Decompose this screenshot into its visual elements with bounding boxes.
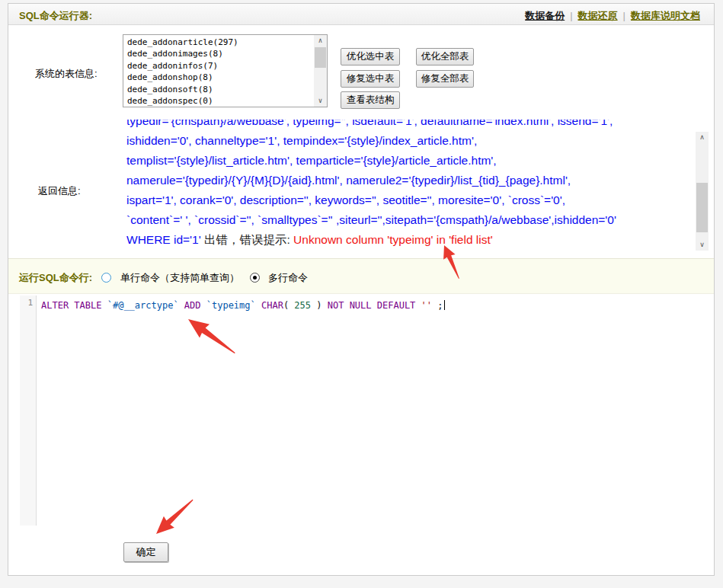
repair-all-button[interactable]: 修复全部表	[416, 70, 474, 88]
sql-editor[interactable]	[8, 294, 714, 526]
text-cursor	[444, 300, 445, 310]
error-line: WHERE id='1' 出错，错误提示: Unknown column 'ty…	[126, 230, 693, 250]
table-option[interactable]: dede_addonspec(0)	[127, 95, 327, 107]
sql-keyword: ALTER TABLE	[41, 300, 107, 311]
scroll-up-icon[interactable]: ∧	[696, 132, 709, 143]
error-sql-part: WHERE id='1'	[126, 233, 204, 246]
sql-string: ''	[421, 300, 432, 311]
result-scrollbar[interactable]: ∧ ∨	[696, 132, 709, 251]
sql-dump-line: `content`=' ', `crossid`='', `smalltypes…	[126, 210, 693, 230]
sql-column-identifier: `typeimg`	[206, 300, 256, 311]
sql-dump-line: ispart='1', corank='0', description='', …	[126, 190, 693, 210]
sql-code-line: ALTER TABLE `#@__arctype` ADD `typeimg` …	[41, 300, 445, 311]
result-output: typedir='{cmspath}/a/webbase', typeimg='…	[126, 120, 693, 251]
line-number: 1	[27, 298, 33, 308]
radio-multi-command[interactable]	[250, 273, 260, 283]
tables-listbox[interactable]: dede_addonarticle(297) dede_addonimages(…	[123, 34, 328, 107]
sql-keyword: CHAR	[256, 300, 283, 311]
link-separator: |	[623, 10, 625, 21]
sql-number: 255	[294, 300, 311, 311]
link-db-docs[interactable]: 数据库说明文档	[631, 10, 700, 21]
table-option[interactable]: dede_addonsoft(8)	[127, 84, 327, 95]
sql-table-identifier: `#@__arctype`	[107, 300, 179, 311]
table-option[interactable]: dede_addoninfos(7)	[127, 60, 327, 72]
sql-punct: (	[283, 300, 294, 311]
header-links: 数据备份|数据还原|数据库说明文档	[525, 9, 700, 23]
tables-section-label: 系统的表信息:	[35, 67, 98, 81]
error-message: Unknown column 'typeimg' in 'field list'	[293, 233, 493, 246]
optimize-all-button[interactable]: 优化全部表	[416, 48, 474, 66]
scroll-up-icon[interactable]: ∧	[314, 35, 327, 46]
radio-selected-dot	[253, 276, 257, 280]
table-option[interactable]: dede_addonimages(8)	[127, 48, 327, 59]
sql-punct: )	[311, 300, 328, 311]
repair-selected-button[interactable]: 修复选中表	[341, 70, 400, 88]
link-data-restore[interactable]: 数据还原	[578, 10, 618, 21]
table-option[interactable]: dede_addonarticle(297)	[127, 37, 327, 48]
scrollbar-thumb[interactable]	[696, 183, 708, 232]
sql-dump-line: typedir='{cmspath}/a/webbase', typeimg='…	[126, 120, 693, 131]
page-title: SQL命令运行器:	[19, 9, 92, 23]
result-section-label: 返回信息:	[38, 184, 81, 198]
table-option[interactable]: dede_addonshop(8)	[127, 72, 327, 83]
command-bar-label: 运行SQL命令行:	[19, 271, 92, 285]
scrollbar-thumb[interactable]	[315, 47, 326, 68]
sql-keyword: ADD	[179, 300, 206, 311]
sql-punct: ;	[432, 300, 443, 311]
sql-dump-line: templist='{style}/list_article.htm', tem…	[126, 151, 693, 171]
editor-gutter: 1	[20, 296, 37, 526]
error-label-part: 出错，错误提示:	[204, 233, 293, 246]
view-structure-button[interactable]: 查看表结构	[341, 91, 400, 109]
radio-multi-command-label: 多行命令	[268, 271, 308, 285]
link-data-backup[interactable]: 数据备份	[525, 10, 565, 21]
scroll-down-icon[interactable]: ∨	[696, 239, 709, 251]
optimize-selected-button[interactable]: 优化选中表	[341, 48, 400, 66]
radio-single-command[interactable]	[101, 273, 111, 283]
sql-command-bar	[8, 258, 714, 294]
confirm-button[interactable]: 确定	[123, 542, 168, 562]
sql-dump-line: namerule='{typedir}/{Y}/{M}{D}/{aid}.htm…	[126, 171, 693, 190]
scroll-down-icon[interactable]: ∨	[314, 95, 327, 107]
listbox-scrollbar[interactable]: ∧ ∨	[314, 35, 327, 107]
radio-single-command-label: 单行命令（支持简单查询）	[120, 271, 239, 285]
sql-dump-line: ishidden='0', channeltype='1', tempindex…	[126, 131, 693, 151]
sql-keyword: NOT NULL DEFAULT	[328, 300, 421, 311]
link-separator: |	[570, 10, 572, 21]
